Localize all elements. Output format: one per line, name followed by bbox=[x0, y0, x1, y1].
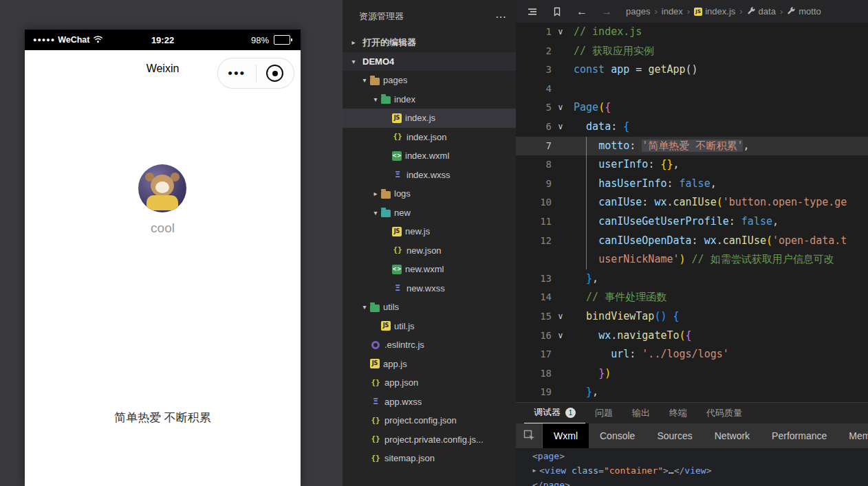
debugger-tab-输出[interactable]: 输出 bbox=[622, 403, 660, 423]
fold-chevron-icon[interactable]: ∨ bbox=[552, 307, 569, 327]
bookmark-icon[interactable] bbox=[552, 6, 563, 17]
tree-item-new.wxss[interactable]: Ξnew.wxss bbox=[343, 279, 516, 298]
debugger-tab-终端[interactable]: 终端 bbox=[660, 403, 697, 423]
chevron-collapsed-icon[interactable]: ▸ bbox=[348, 38, 359, 46]
breadcrumb-label: pages bbox=[626, 6, 650, 16]
chevron-expanded-icon[interactable]: ▾ bbox=[348, 58, 359, 65]
code-line-2[interactable]: 2// 获取应用实例 bbox=[516, 42, 868, 61]
breadcrumb-item-index[interactable]: index bbox=[662, 6, 683, 16]
code-line-9[interactable]: 9 hasUserInfo: false, bbox=[516, 175, 868, 194]
debugger-tab-调试器[interactable]: 调试器1 bbox=[524, 403, 585, 423]
tree-item-sitemap.json[interactable]: {}sitemap.json bbox=[343, 449, 516, 468]
inspect-element-icon[interactable] bbox=[516, 423, 543, 448]
tree-item-project.config.json[interactable]: {}project.config.json bbox=[343, 411, 516, 430]
code-editor[interactable]: 1∨// index.js2// 获取应用实例3const app = getA… bbox=[516, 23, 868, 402]
tree-item-.eslintrc.js[interactable]: .eslintrc.js bbox=[343, 335, 516, 355]
fold-chevron-icon[interactable]: ∨ bbox=[552, 23, 569, 42]
tree-item-demo4[interactable]: ▾DEMO4 bbox=[343, 52, 516, 71]
tree-item-logs[interactable]: ▸logs bbox=[343, 184, 516, 203]
tree-item-index[interactable]: ▾index bbox=[343, 90, 516, 109]
chevron-expanded-icon[interactable]: ▾ bbox=[359, 303, 370, 311]
tree-item-new.wxml[interactable]: <>new.wxml bbox=[343, 260, 516, 279]
devtools-tab-performance[interactable]: Performance bbox=[761, 423, 838, 448]
fold-chevron-icon[interactable]: ∨ bbox=[552, 98, 569, 118]
tree-item-new[interactable]: ▾new bbox=[343, 203, 516, 223]
fold-chevron-icon[interactable]: ∨ bbox=[552, 118, 569, 137]
tree-item-project.private.config.js...[interactable]: {}project.private.config.js... bbox=[343, 430, 516, 450]
explorer-title: 资源管理器 bbox=[359, 10, 495, 23]
folder-icon bbox=[370, 305, 380, 312]
chevron-expanded-icon[interactable]: ▾ bbox=[370, 96, 381, 103]
forward-button[interactable]: → bbox=[601, 5, 612, 18]
tree-item-app.wxss[interactable]: Ξapp.wxss bbox=[343, 393, 516, 412]
close-home-button[interactable] bbox=[257, 65, 294, 82]
breadcrumb-item-motto[interactable]: motto bbox=[787, 6, 821, 17]
line-number: 15 bbox=[516, 307, 552, 327]
breadcrumb-item-data[interactable]: data bbox=[747, 6, 776, 17]
code-line-1[interactable]: 1∨// index.js bbox=[516, 23, 868, 42]
capsule-menu[interactable]: ••• bbox=[217, 58, 294, 89]
code-line-3[interactable]: 3const app = getApp() bbox=[516, 60, 868, 80]
debugger-tab-问题[interactable]: 问题 bbox=[585, 403, 622, 423]
devtools-tab-network[interactable]: Network bbox=[704, 423, 761, 448]
code-line-6[interactable]: 6∨ data: { bbox=[516, 118, 868, 137]
json-file-icon: {} bbox=[370, 434, 381, 445]
tree-item-app.js[interactable]: JSapp.js bbox=[343, 355, 516, 374]
more-actions-icon[interactable]: ⋯ bbox=[495, 10, 506, 23]
line-number: 14 bbox=[516, 288, 552, 307]
code-line-13[interactable]: 13 }, bbox=[516, 269, 868, 289]
eslint-file-icon bbox=[370, 340, 381, 351]
devtools-tab-console[interactable]: Console bbox=[589, 423, 646, 448]
code-line-17[interactable]: 17 url: '../logs/logs' bbox=[516, 345, 868, 364]
breadcrumb-item-index.js[interactable]: JSindex.js bbox=[694, 6, 735, 16]
breadcrumb-item-pages[interactable]: pages bbox=[626, 6, 650, 16]
code-line-10[interactable]: 10 canIUse: wx.canIUse('button.open-type… bbox=[516, 193, 868, 212]
devtools-tab-sources[interactable]: Sources bbox=[646, 423, 703, 448]
more-button[interactable]: ••• bbox=[218, 60, 256, 87]
devtools-tab-memory[interactable]: Memory bbox=[838, 423, 868, 448]
code-line-18[interactable]: 18 }) bbox=[516, 364, 868, 384]
tree-item-util.js[interactable]: JSutil.js bbox=[343, 317, 516, 336]
code-text: bindViewTap() { bbox=[569, 307, 680, 327]
tree-item-index.json[interactable]: {}index.json bbox=[343, 128, 516, 147]
line-number: 18 bbox=[516, 364, 552, 384]
debugger-tab-代码质量[interactable]: 代码质量 bbox=[697, 403, 752, 423]
fold-spacer bbox=[552, 345, 569, 364]
tree-item-label: new bbox=[394, 208, 411, 218]
back-button[interactable]: ← bbox=[576, 5, 587, 18]
tree-item-new.js[interactable]: JSnew.js bbox=[343, 222, 516, 241]
chevron-expanded-icon[interactable]: ▾ bbox=[359, 76, 370, 84]
code-line-8[interactable]: 8 userInfo: {}, bbox=[516, 155, 868, 175]
dom-node[interactable]: ▶<view class="container">…</view> bbox=[516, 463, 868, 478]
tree-item-new.json[interactable]: {}new.json bbox=[343, 241, 516, 261]
code-line-wrap[interactable]: userNickName') // 如需尝试获取用户信息可改 bbox=[516, 250, 868, 269]
dom-node[interactable]: </page> bbox=[516, 478, 868, 486]
chevron-expanded-icon[interactable]: ▾ bbox=[370, 209, 381, 217]
code-line-19[interactable]: 19 }, bbox=[516, 383, 868, 402]
code-line-15[interactable]: 15∨ bindViewTap() { bbox=[516, 307, 868, 327]
tree-item-打开的编辑器[interactable]: ▸打开的编辑器 bbox=[343, 33, 516, 52]
file-tree: ▸打开的编辑器▾DEMO4▾pages▾indexJSindex.js{}ind… bbox=[343, 33, 516, 468]
code-line-7[interactable]: 7 motto: '简单热爱 不断积累', bbox=[516, 137, 868, 156]
dom-node[interactable]: <page> bbox=[516, 449, 868, 463]
breadcrumb-separator: › bbox=[739, 6, 742, 16]
chevron-collapsed-icon[interactable]: ▸ bbox=[370, 190, 381, 197]
tree-item-utils[interactable]: ▾utils bbox=[343, 298, 516, 317]
code-line-14[interactable]: 14 // 事件处理函数 bbox=[516, 288, 868, 307]
tree-item-index.wxml[interactable]: <>index.wxml bbox=[343, 146, 516, 166]
code-line-12[interactable]: 12 canIUseOpenData: wx.canIUse('open-dat… bbox=[516, 232, 868, 251]
tree-item-pages[interactable]: ▾pages bbox=[343, 71, 516, 90]
user-avatar[interactable] bbox=[138, 164, 186, 212]
code-line-11[interactable]: 11 canIUseGetUserProfile: false, bbox=[516, 212, 868, 232]
expand-arrow-icon[interactable]: ▶ bbox=[530, 463, 539, 478]
code-line-16[interactable]: 16∨ wx.navigateTo({ bbox=[516, 327, 868, 346]
devtools-tab-wxml[interactable]: Wxml bbox=[543, 423, 589, 448]
code-line-5[interactable]: 5∨Page({ bbox=[516, 98, 868, 118]
code-line-4[interactable]: 4 bbox=[516, 80, 868, 99]
battery-icon bbox=[274, 35, 292, 45]
tree-item-index.js[interactable]: JSindex.js bbox=[343, 109, 516, 128]
outline-icon[interactable] bbox=[527, 6, 538, 17]
fold-chevron-icon[interactable]: ∨ bbox=[552, 327, 569, 346]
tree-item-app.json[interactable]: {}app.json bbox=[343, 373, 516, 393]
tree-item-index.wxss[interactable]: Ξindex.wxss bbox=[343, 166, 516, 185]
